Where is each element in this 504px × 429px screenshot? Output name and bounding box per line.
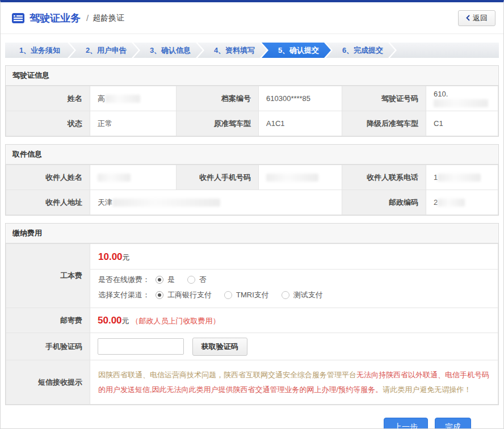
table-row: 收件人地址 天津 邮政编码 2 xyxy=(6,190,498,215)
section-fees: 缴纳费用 工本费 10.00元 是否在线缴费： 是 xyxy=(5,223,499,405)
mail-fee-content: 50.00元（邮政人员上门收取费用） xyxy=(90,308,498,333)
recipient-name-label: 收件人姓名 xyxy=(6,165,90,190)
sms-notice-content: 因陕西省联通、电信运营商技术问题，陕西省互联网交通安全综合服务管理平台无法向持陕… xyxy=(90,360,498,405)
license-no-value: 610. xyxy=(426,86,498,111)
step-3: 3、确认信息 xyxy=(133,43,203,58)
radio-unselected-icon[interactable] xyxy=(224,291,232,299)
sms-code-label: 手机验证码 xyxy=(6,333,90,360)
postal-code-value: 2 xyxy=(426,190,498,215)
name-label: 姓名 xyxy=(6,86,90,111)
online-pay-yes-option[interactable]: 是 xyxy=(156,275,175,285)
online-pay-no-label: 否 xyxy=(199,275,207,285)
mail-fee-note: （邮政人员上门收取费用） xyxy=(132,317,220,325)
redacted-text xyxy=(98,174,131,182)
table-row: 状态 正常 原准驾车型 A1C1 降级后准驾车型 C1 xyxy=(6,111,498,136)
pickup-info-table: 收件人姓名 收件人手机号码 收件人联系电话 1 收件人地址 天津 邮政编码 2 xyxy=(6,165,498,215)
breadcrumb-current: 超龄换证 xyxy=(93,13,124,23)
recipient-mobile-label: 收件人手机号码 xyxy=(177,165,259,190)
step-1: 1、业务须知 xyxy=(5,43,74,58)
license-business-icon xyxy=(12,13,24,23)
get-code-button[interactable]: 获取验证码 xyxy=(192,338,247,356)
redacted-text xyxy=(105,95,140,103)
redacted-text xyxy=(112,199,220,207)
down-type-value: C1 xyxy=(426,111,498,136)
down-type-label: 降级后准驾车型 xyxy=(342,111,426,136)
fees-table: 工本费 10.00元 是否在线缴费： 是 否 xyxy=(6,243,498,405)
radio-unselected-icon[interactable] xyxy=(187,276,195,284)
radio-unselected-icon[interactable] xyxy=(282,291,289,299)
back-button-label: 返回 xyxy=(473,13,488,23)
page: 驾驶证业务 / 超龄换证 返回 1、业务须知 2、用户申告 3、确认信息 4、资… xyxy=(0,0,504,429)
work-fee-unit: 元 xyxy=(123,253,130,262)
sms-notice-text-1: 因陕西省联通、电信运营商技术问题，陕西省互联网交通安全综合服务管理平台 xyxy=(98,371,356,379)
recipient-phone-label: 收件人联系电话 xyxy=(342,165,426,190)
breadcrumb-separator: / xyxy=(86,13,89,23)
sms-notice-row: 短信接收提示 因陕西省联通、电信运营商技术问题，陕西省互联网交通安全综合服务管理… xyxy=(6,360,498,405)
sms-notice-label: 短信接收提示 xyxy=(6,360,90,405)
work-fee-label: 工本费 xyxy=(6,244,90,308)
orig-type-value: A1C1 xyxy=(259,111,342,136)
section-license-info: 驾驶证信息 姓名 高 档案编号 610300****85 驾驶证号码 610. … xyxy=(5,65,499,137)
status-label: 状态 xyxy=(6,111,90,136)
step-4: 4、资料填写 xyxy=(198,43,267,58)
section-title: 驾驶证信息 xyxy=(6,66,498,86)
table-row: 收件人姓名 收件人手机号码 收件人联系电话 1 xyxy=(6,165,498,190)
redacted-text xyxy=(266,174,318,182)
recipient-phone-value: 1 xyxy=(426,165,498,190)
file-no-value: 610300****85 xyxy=(259,86,342,111)
online-pay-radio-group: 是否在线缴费： 是 否 xyxy=(90,270,498,285)
page-title: 驾驶证业务 xyxy=(30,11,81,25)
sms-notice-text-3: 请此类用户避免无谓操作！ xyxy=(383,385,471,394)
status-value: 正常 xyxy=(90,111,177,136)
pay-channel-question: 选择支付渠道： xyxy=(98,290,150,300)
channel-icbc-label: 工商银行支付 xyxy=(167,290,212,300)
sms-code-row: 手机验证码 获取验证码 xyxy=(6,333,498,360)
file-no-label: 档案编号 xyxy=(177,86,259,111)
license-no-label: 驾驶证号码 xyxy=(342,86,426,111)
recipient-address-label: 收件人地址 xyxy=(6,190,90,215)
pay-channel-radio-group: 选择支付渠道： 工商银行支付 TMRI支付 测试支付 xyxy=(90,285,498,308)
chevron-left-icon xyxy=(466,15,470,21)
table-row: 姓名 高 档案编号 610300****85 驾驶证号码 610. xyxy=(6,86,498,111)
radio-selected-icon[interactable] xyxy=(156,276,163,284)
header: 驾驶证业务 / 超龄换证 返回 xyxy=(1,2,503,34)
channel-tmri-option[interactable]: TMRI支付 xyxy=(224,290,269,300)
recipient-address-value: 天津 xyxy=(90,190,342,215)
mail-fee-label: 邮寄费 xyxy=(6,308,90,333)
work-fee-amount: 10.00 xyxy=(98,251,123,262)
back-button[interactable]: 返回 xyxy=(458,10,495,26)
work-fee-amount-line: 10.00元 xyxy=(90,244,498,269)
license-info-table: 姓名 高 档案编号 610300****85 驾驶证号码 610. 状态 正常 … xyxy=(6,86,498,136)
online-pay-question: 是否在线缴费： xyxy=(98,275,150,285)
redacted-text xyxy=(438,199,465,207)
work-fee-content: 10.00元 是否在线缴费： 是 否 xyxy=(90,244,498,308)
radio-selected-icon[interactable] xyxy=(156,291,163,299)
sms-code-content: 获取验证码 xyxy=(90,333,498,360)
online-pay-no-option[interactable]: 否 xyxy=(187,275,207,285)
recipient-mobile-value xyxy=(259,165,342,190)
previous-step-button[interactable]: 上一步 xyxy=(384,418,428,429)
name-value: 高 xyxy=(90,86,177,111)
step-5-active: 5、确认提交 xyxy=(262,43,331,58)
section-pickup-info: 取件信息 收件人姓名 收件人手机号码 收件人联系电话 1 收件人地址 天津 邮政… xyxy=(5,144,499,216)
channel-test-label: 测试支付 xyxy=(293,290,323,300)
mail-fee-row: 邮寄费 50.00元（邮政人员上门收取费用） xyxy=(6,308,498,333)
footer-actions: 上一步 完成 xyxy=(1,405,503,429)
mail-fee-amount: 50.00 xyxy=(98,315,122,326)
redacted-text xyxy=(434,99,488,107)
channel-tmri-label: TMRI支付 xyxy=(236,290,269,300)
postal-code-label: 邮政编码 xyxy=(342,190,426,215)
mail-fee-unit: 元 xyxy=(122,317,129,325)
section-title: 取件信息 xyxy=(6,145,498,165)
channel-icbc-option[interactable]: 工商银行支付 xyxy=(156,290,212,300)
online-pay-yes-label: 是 xyxy=(167,275,175,285)
sms-code-input[interactable] xyxy=(98,338,184,355)
channel-test-option[interactable]: 测试支付 xyxy=(282,290,323,300)
orig-type-label: 原准驾车型 xyxy=(177,111,259,136)
redacted-text xyxy=(438,174,481,182)
recipient-name-value xyxy=(90,165,177,190)
finish-button[interactable]: 完成 xyxy=(435,418,471,429)
step-bar-filler xyxy=(390,43,499,58)
step-6: 6、完成提交 xyxy=(326,43,395,58)
step-wizard: 1、业务须知 2、用户申告 3、确认信息 4、资料填写 5、确认提交 6、完成提… xyxy=(5,43,499,58)
